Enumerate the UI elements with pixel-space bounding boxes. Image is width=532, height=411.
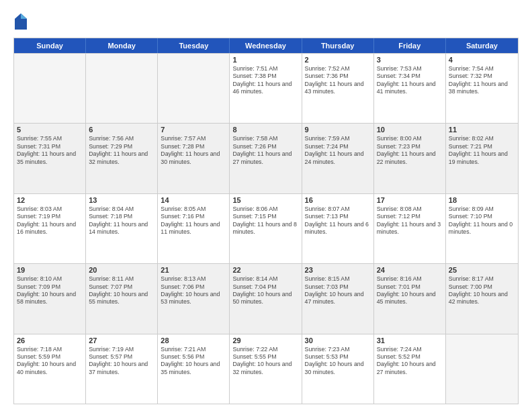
day-number: 31 (377, 336, 443, 345)
day-info: Sunrise: 7:57 AM Sunset: 7:28 PM Dayligh… (161, 135, 226, 166)
day-info: Sunrise: 7:23 AM Sunset: 5:53 PM Dayligh… (305, 346, 371, 377)
day-number: 30 (305, 336, 371, 345)
day-info: Sunrise: 7:53 AM Sunset: 7:34 PM Dayligh… (377, 65, 443, 96)
calendar-cell-empty (158, 54, 230, 123)
day-of-week-friday: Friday (374, 38, 446, 53)
calendar-cell-5: 5Sunrise: 7:55 AM Sunset: 7:31 PM Daylig… (14, 124, 86, 193)
calendar-cell-31: 31Sunrise: 7:24 AM Sunset: 5:52 PM Dayli… (374, 334, 446, 404)
calendar-cell-empty (446, 334, 518, 404)
calendar-cell-30: 30Sunrise: 7:23 AM Sunset: 5:53 PM Dayli… (302, 334, 374, 404)
day-number: 2 (305, 56, 371, 64)
calendar-cell-13: 13Sunrise: 8:04 AM Sunset: 7:18 PM Dayli… (86, 194, 158, 263)
calendar-cell-24: 24Sunrise: 8:16 AM Sunset: 7:01 PM Dayli… (374, 264, 446, 333)
calendar-row-5: 26Sunrise: 7:18 AM Sunset: 5:59 PM Dayli… (14, 334, 518, 404)
day-info: Sunrise: 7:59 AM Sunset: 7:24 PM Dayligh… (305, 135, 371, 166)
day-number: 24 (377, 266, 443, 274)
day-number: 13 (89, 196, 154, 204)
day-info: Sunrise: 8:11 AM Sunset: 7:07 PM Dayligh… (89, 275, 154, 306)
day-info: Sunrise: 8:05 AM Sunset: 7:16 PM Dayligh… (161, 205, 226, 236)
calendar-cell-6: 6Sunrise: 7:56 AM Sunset: 7:29 PM Daylig… (86, 124, 158, 193)
day-info: Sunrise: 7:18 AM Sunset: 5:59 PM Dayligh… (17, 346, 83, 377)
day-info: Sunrise: 8:15 AM Sunset: 7:03 PM Dayligh… (305, 275, 371, 306)
day-info: Sunrise: 7:52 AM Sunset: 7:36 PM Dayligh… (305, 65, 371, 96)
calendar-cell-11: 11Sunrise: 8:02 AM Sunset: 7:21 PM Dayli… (446, 124, 518, 193)
day-info: Sunrise: 8:09 AM Sunset: 7:10 PM Dayligh… (449, 205, 515, 236)
calendar-cell-empty (86, 54, 158, 123)
day-number: 6 (89, 126, 154, 134)
day-info: Sunrise: 7:21 AM Sunset: 5:56 PM Dayligh… (161, 346, 226, 377)
day-info: Sunrise: 8:14 AM Sunset: 7:04 PM Dayligh… (232, 275, 298, 306)
day-number: 11 (449, 126, 515, 134)
day-number: 18 (449, 196, 515, 204)
calendar-cell-14: 14Sunrise: 8:05 AM Sunset: 7:16 PM Dayli… (158, 194, 230, 263)
calendar-cell-20: 20Sunrise: 8:11 AM Sunset: 7:07 PM Dayli… (86, 264, 158, 333)
page: SundayMondayTuesdayWednesdayThursdayFrid… (0, 0, 532, 411)
calendar-cell-12: 12Sunrise: 8:03 AM Sunset: 7:19 PM Dayli… (14, 194, 86, 263)
calendar-body: 1Sunrise: 7:51 AM Sunset: 7:38 PM Daylig… (14, 53, 518, 404)
day-number: 14 (161, 196, 226, 204)
day-info: Sunrise: 7:22 AM Sunset: 5:55 PM Dayligh… (232, 346, 298, 377)
logo-icon (13, 12, 28, 31)
day-number: 3 (377, 56, 443, 64)
day-info: Sunrise: 7:58 AM Sunset: 7:26 PM Dayligh… (232, 135, 298, 166)
calendar-row-4: 19Sunrise: 8:10 AM Sunset: 7:09 PM Dayli… (14, 263, 518, 333)
day-number: 26 (17, 336, 83, 345)
calendar-cell-2: 2Sunrise: 7:52 AM Sunset: 7:36 PM Daylig… (302, 54, 374, 123)
calendar-header: SundayMondayTuesdayWednesdayThursdayFrid… (14, 38, 518, 53)
day-number: 5 (17, 126, 83, 134)
calendar-cell-10: 10Sunrise: 8:00 AM Sunset: 7:23 PM Dayli… (374, 124, 446, 193)
calendar-row-2: 5Sunrise: 7:55 AM Sunset: 7:31 PM Daylig… (14, 123, 518, 193)
calendar-cell-19: 19Sunrise: 8:10 AM Sunset: 7:09 PM Dayli… (14, 264, 86, 333)
day-number: 19 (17, 266, 83, 274)
day-info: Sunrise: 8:17 AM Sunset: 7:00 PM Dayligh… (449, 275, 515, 306)
day-info: Sunrise: 8:04 AM Sunset: 7:18 PM Dayligh… (89, 205, 154, 236)
day-number: 16 (305, 196, 371, 204)
day-info: Sunrise: 8:10 AM Sunset: 7:09 PM Dayligh… (17, 275, 83, 306)
calendar-cell-17: 17Sunrise: 8:08 AM Sunset: 7:12 PM Dayli… (374, 194, 446, 263)
day-info: Sunrise: 8:07 AM Sunset: 7:13 PM Dayligh… (305, 205, 371, 236)
calendar-cell-15: 15Sunrise: 8:06 AM Sunset: 7:15 PM Dayli… (230, 194, 302, 263)
day-number: 22 (232, 266, 298, 274)
day-number: 23 (305, 266, 371, 274)
calendar-cell-7: 7Sunrise: 7:57 AM Sunset: 7:28 PM Daylig… (158, 124, 230, 193)
calendar-row-3: 12Sunrise: 8:03 AM Sunset: 7:19 PM Dayli… (14, 193, 518, 263)
day-info: Sunrise: 7:55 AM Sunset: 7:31 PM Dayligh… (17, 135, 83, 166)
calendar-cell-9: 9Sunrise: 7:59 AM Sunset: 7:24 PM Daylig… (302, 124, 374, 193)
day-number: 15 (232, 196, 298, 204)
day-number: 29 (232, 336, 298, 345)
day-number: 27 (89, 336, 154, 345)
day-info: Sunrise: 7:51 AM Sunset: 7:38 PM Dayligh… (232, 65, 298, 96)
calendar-cell-3: 3Sunrise: 7:53 AM Sunset: 7:34 PM Daylig… (374, 54, 446, 123)
day-of-week-tuesday: Tuesday (158, 38, 230, 53)
logo (13, 12, 31, 31)
calendar-cell-25: 25Sunrise: 8:17 AM Sunset: 7:00 PM Dayli… (446, 264, 518, 333)
day-info: Sunrise: 8:06 AM Sunset: 7:15 PM Dayligh… (232, 205, 298, 236)
calendar-cell-1: 1Sunrise: 7:51 AM Sunset: 7:38 PM Daylig… (230, 54, 302, 123)
calendar-cell-23: 23Sunrise: 8:15 AM Sunset: 7:03 PM Dayli… (302, 264, 374, 333)
day-info: Sunrise: 8:03 AM Sunset: 7:19 PM Dayligh… (17, 205, 83, 236)
day-number: 25 (449, 266, 515, 274)
day-of-week-saturday: Saturday (446, 38, 518, 53)
calendar-cell-21: 21Sunrise: 8:13 AM Sunset: 7:06 PM Dayli… (158, 264, 230, 333)
day-number: 17 (377, 196, 443, 204)
day-info: Sunrise: 8:02 AM Sunset: 7:21 PM Dayligh… (449, 135, 515, 166)
calendar-cell-27: 27Sunrise: 7:19 AM Sunset: 5:57 PM Dayli… (86, 334, 158, 404)
day-number: 20 (89, 266, 154, 274)
calendar-row-1: 1Sunrise: 7:51 AM Sunset: 7:38 PM Daylig… (14, 53, 518, 123)
calendar-cell-empty (14, 54, 86, 123)
day-info: Sunrise: 7:24 AM Sunset: 5:52 PM Dayligh… (377, 346, 443, 377)
day-of-week-sunday: Sunday (14, 38, 86, 53)
day-info: Sunrise: 8:00 AM Sunset: 7:23 PM Dayligh… (377, 135, 443, 166)
day-number: 9 (305, 126, 371, 134)
day-info: Sunrise: 7:56 AM Sunset: 7:29 PM Dayligh… (89, 135, 154, 166)
day-number: 8 (232, 126, 298, 134)
header (13, 12, 519, 31)
calendar: SundayMondayTuesdayWednesdayThursdayFrid… (13, 38, 519, 404)
day-of-week-wednesday: Wednesday (230, 38, 302, 53)
calendar-cell-8: 8Sunrise: 7:58 AM Sunset: 7:26 PM Daylig… (230, 124, 302, 193)
calendar-cell-29: 29Sunrise: 7:22 AM Sunset: 5:55 PM Dayli… (230, 334, 302, 404)
svg-marker-1 (21, 13, 27, 19)
day-number: 10 (377, 126, 443, 134)
day-number: 7 (161, 126, 226, 134)
day-info: Sunrise: 8:08 AM Sunset: 7:12 PM Dayligh… (377, 205, 443, 236)
